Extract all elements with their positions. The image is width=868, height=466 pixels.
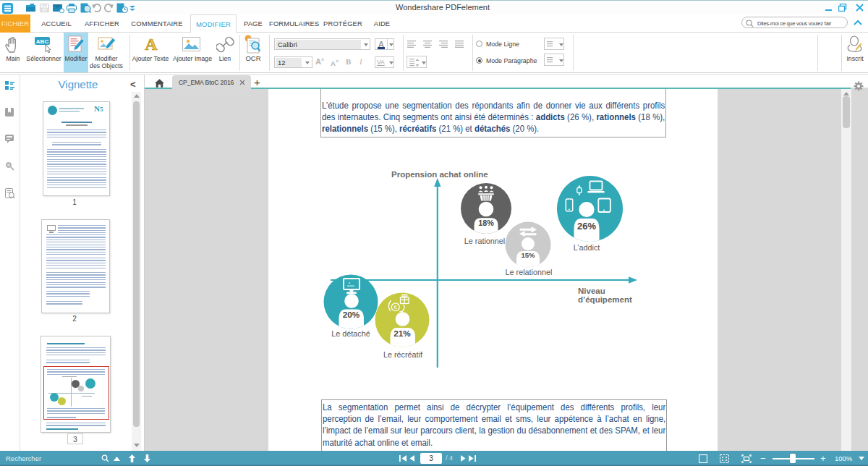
- svg-text:21%: 21%: [393, 329, 411, 339]
- svg-text:A: A: [145, 36, 158, 53]
- svg-text:20%: 20%: [343, 310, 360, 320]
- svg-text:18%: 18%: [478, 219, 494, 227]
- svg-text:26%: 26%: [577, 221, 596, 232]
- svg-text:15%: 15%: [521, 251, 535, 259]
- svg-text:ABC: ABC: [36, 38, 49, 45]
